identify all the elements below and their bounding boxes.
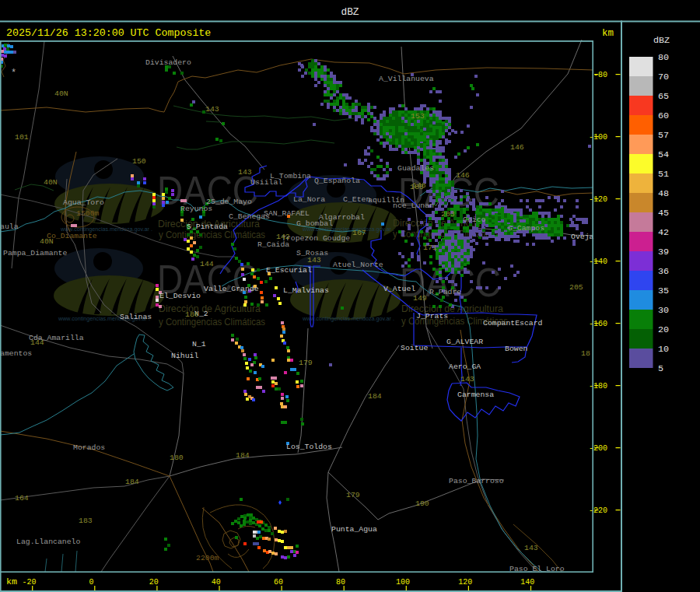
svg-text:5: 5 <box>658 363 663 374</box>
svg-text:1500m: 1500m <box>76 209 100 218</box>
svg-text:y Contingencias Climáticas: y Contingencias Climáticas <box>159 229 265 240</box>
svg-text:120: 120 <box>458 578 472 587</box>
svg-text:144: 144 <box>30 338 44 347</box>
svg-text:45: 45 <box>658 208 669 219</box>
svg-text:143: 143 <box>524 544 538 552</box>
svg-text:140: 140 <box>520 578 534 587</box>
svg-text:171: 171 <box>423 243 437 252</box>
svg-text:40N: 40N <box>44 178 58 187</box>
svg-text:C_Eten: C_Eten <box>343 195 370 204</box>
svg-text:G_Campos: G_Campos <box>508 224 544 233</box>
svg-text:El_Desvio: El_Desvio <box>159 292 201 300</box>
svg-text:C_Benegas: C_Benegas <box>229 212 270 221</box>
svg-text:Soitue: Soitue <box>401 344 428 352</box>
svg-text:60: 60 <box>658 110 669 121</box>
svg-text:-120: -120 <box>589 195 607 204</box>
svg-text:Co_Diamante: Co_Diamante <box>47 232 97 240</box>
svg-text:km: km <box>6 576 17 587</box>
svg-text:V_Atuel: V_Atuel <box>383 285 415 293</box>
svg-text:180: 180 <box>170 454 184 462</box>
svg-text:dBZ: dBZ <box>653 35 670 46</box>
svg-text:La_Nora: La_Nora <box>293 195 325 204</box>
svg-text:48: 48 <box>658 188 669 199</box>
svg-text:167: 167 <box>352 229 366 237</box>
svg-text:N_1: N_1 <box>192 340 206 349</box>
svg-text:180: 180 <box>185 310 199 319</box>
svg-text:Oveja: Oveja <box>571 233 594 241</box>
svg-text:Goico: Goico <box>463 215 486 224</box>
svg-text:Paso_Barroso: Paso_Barroso <box>449 477 504 485</box>
svg-text:184: 184 <box>236 451 250 460</box>
svg-text:2200m: 2200m <box>196 554 219 562</box>
svg-text:-80: -80 <box>593 71 607 79</box>
svg-text:Bowen: Bowen <box>505 345 528 353</box>
svg-text:-100: -100 <box>589 133 607 142</box>
svg-text:J_Prats: J_Prats <box>416 312 448 321</box>
svg-text:143: 143 <box>205 105 219 114</box>
svg-text:146: 146 <box>510 143 524 152</box>
svg-text:www.contingencias.mendoza.gov.: www.contingencias.mendoza.gov.ar . <box>302 316 394 322</box>
svg-text:2025/11/26 13:20:00 UTC Compos: 2025/11/26 13:20:00 UTC Composite <box>6 27 211 39</box>
svg-text:39: 39 <box>658 247 669 257</box>
svg-text:30: 30 <box>658 305 669 316</box>
svg-text:km: km <box>602 28 614 39</box>
svg-text:60: 60 <box>274 578 283 587</box>
svg-text:20: 20 <box>658 324 669 335</box>
svg-text:143: 143 <box>460 375 474 384</box>
svg-text:148: 148 <box>412 181 426 190</box>
svg-text:164: 164 <box>15 494 29 503</box>
svg-text:Morados: Morados <box>73 443 105 452</box>
svg-text:70: 70 <box>658 72 669 82</box>
svg-text:Carmensa: Carmensa <box>457 391 494 399</box>
svg-text:142: 142 <box>276 233 290 241</box>
svg-text:205: 205 <box>569 283 583 292</box>
svg-text:*: * <box>11 68 16 79</box>
svg-text:143: 143 <box>238 168 252 177</box>
svg-text:G_ALVEAR: G_ALVEAR <box>446 338 483 346</box>
svg-text:10: 10 <box>658 344 669 355</box>
svg-text:Agua_Toro: Agua_Toro <box>63 198 104 207</box>
svg-text:42: 42 <box>658 227 669 238</box>
svg-text:101: 101 <box>15 133 29 142</box>
svg-text:Tropezon Goudge: Tropezon Goudge <box>282 234 350 243</box>
svg-text:Nihuil: Nihuil <box>171 352 198 360</box>
svg-text:149: 149 <box>413 294 427 303</box>
svg-text:CompantEscard: CompantEscard <box>483 319 543 328</box>
svg-text:57: 57 <box>658 130 669 141</box>
svg-text:25_de_Mayo: 25_de_Mayo <box>206 198 252 206</box>
svg-text:E_Escurial: E_Escurial <box>266 266 312 275</box>
svg-text:Reyunos: Reyunos <box>180 205 212 213</box>
svg-text:Atuel_Norte: Atuel_Norte <box>333 261 383 269</box>
svg-text:179: 179 <box>299 359 313 367</box>
svg-text:190: 190 <box>415 499 429 508</box>
svg-text:184: 184 <box>368 392 382 401</box>
svg-text:144: 144 <box>200 260 214 268</box>
svg-text:Usiilal: Usiilal <box>250 178 282 187</box>
svg-text:-180: -180 <box>589 382 607 391</box>
svg-text:-20: -20 <box>22 578 36 587</box>
svg-text:dBZ: dBZ <box>341 6 359 18</box>
svg-text:40: 40 <box>212 578 221 587</box>
svg-text:146: 146 <box>456 171 470 180</box>
svg-text:179: 179 <box>346 491 360 499</box>
svg-text:Salinas: Salinas <box>120 313 152 321</box>
svg-text:65: 65 <box>658 91 669 102</box>
svg-text:100: 100 <box>396 578 410 587</box>
svg-text:Guadales: Guadales <box>397 164 434 173</box>
svg-text:SAN_RAFAEL: SAN_RAFAEL <box>264 209 310 218</box>
svg-text:-160: -160 <box>589 320 607 328</box>
svg-text:Q_Española: Q_Española <box>314 177 360 185</box>
svg-text:20: 20 <box>149 578 159 587</box>
svg-text:amentos: amentos <box>0 349 32 358</box>
svg-text:40N: 40N <box>54 89 68 98</box>
svg-text:Aero_GA: Aero_GA <box>449 363 481 371</box>
svg-text:35: 35 <box>658 285 669 296</box>
svg-text:nce_Lunan: nce_Lunan <box>393 201 434 210</box>
svg-text:A_Villanueva: A_Villanueva <box>379 75 434 83</box>
svg-text:153: 153 <box>411 112 425 121</box>
svg-text:-200: -200 <box>589 444 607 453</box>
svg-text:Punta_Agua: Punta_Agua <box>331 525 377 534</box>
svg-text:184: 184 <box>125 478 139 486</box>
svg-text:Lag.Llancanelo: Lag.Llancanelo <box>16 538 80 546</box>
svg-text:0: 0 <box>89 578 94 587</box>
